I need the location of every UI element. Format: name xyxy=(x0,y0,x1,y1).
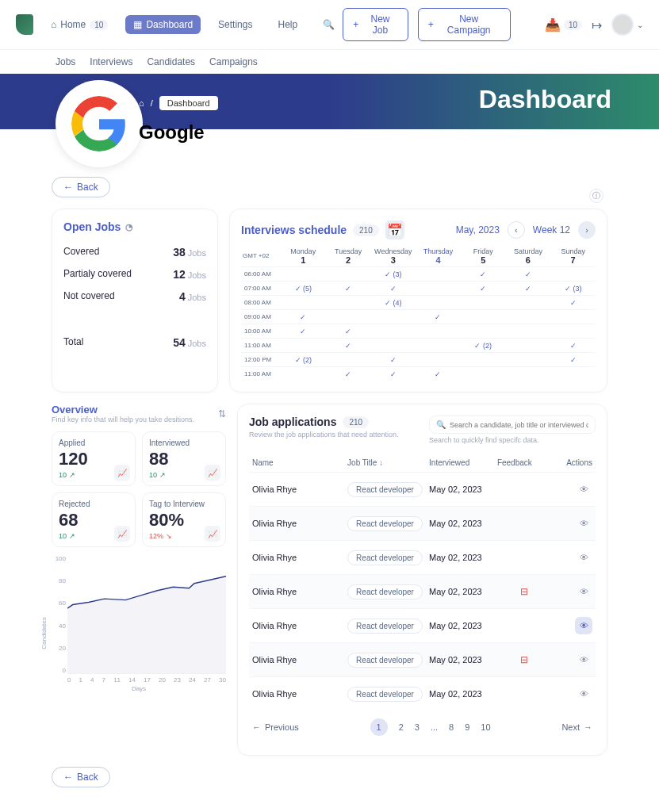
filter-icon[interactable]: ⇅ xyxy=(218,408,226,419)
open-jobs-card: Open Jobs ◔ Covered38JobsPartialy covere… xyxy=(52,209,218,393)
job-title-pill: React developer xyxy=(347,653,423,668)
schedule-day[interactable]: Friday5 xyxy=(461,246,506,266)
schedule-day[interactable]: Sunday7 xyxy=(550,246,596,266)
schedule-slot[interactable]: 12:00 PM✓ (2)✓✓ xyxy=(241,352,596,366)
subnav-campaigns[interactable]: Campaigns xyxy=(209,56,258,67)
schedule-day[interactable]: Monday1 xyxy=(281,246,326,266)
table-row[interactable]: Olivia Rhye React developer May 02, 2023… xyxy=(249,472,596,506)
feedback-icon[interactable]: ⊟ xyxy=(520,586,528,597)
nav-home[interactable]: ⌂ Home 10 xyxy=(43,15,116,34)
schedule-slot[interactable]: 08:00 AM✓ (4)✓ xyxy=(241,295,596,309)
header-right: +New Job +New Campaign 📥 10 ↦ ⌄ xyxy=(343,8,643,41)
nav-help[interactable]: Help xyxy=(270,15,305,34)
back-button-bottom[interactable]: ←Back xyxy=(52,767,110,787)
schedule-slot[interactable]: 07:00 AM✓ (5)✓✓✓✓✓ (3) xyxy=(241,281,596,295)
search-icon: 🔍 xyxy=(323,19,335,30)
view-button[interactable]: 👁 xyxy=(575,481,592,498)
next-button[interactable]: Next→ xyxy=(561,722,592,732)
inbox-badge: 10 xyxy=(564,20,582,30)
sort-icon[interactable]: ↓ xyxy=(379,458,383,467)
logout-icon[interactable]: ↦ xyxy=(592,17,602,33)
week-next-button[interactable]: › xyxy=(578,221,596,239)
chart-icon[interactable]: 📈 xyxy=(205,465,220,481)
job-title-pill: React developer xyxy=(347,687,423,702)
home-icon: ⌂ xyxy=(51,19,56,30)
schedule-day[interactable]: Wednesday3 xyxy=(370,246,416,266)
view-button[interactable]: 👁 xyxy=(575,651,592,668)
nav-settings[interactable]: Settings xyxy=(210,15,260,34)
table-row[interactable]: Olivia Rhye React developer May 02, 2023… xyxy=(249,608,596,642)
schedule-card: Interviews schedule 210 📅 May, 2023 ‹ We… xyxy=(229,209,607,393)
table-row[interactable]: Olivia Rhye React developer May 02, 2023… xyxy=(249,574,596,608)
logo[interactable] xyxy=(16,14,33,35)
table-header: Name Job Title ↓ Interviewed Feedback Ac… xyxy=(249,454,596,472)
search-input[interactable] xyxy=(450,421,588,429)
page-number[interactable]: 1 xyxy=(370,718,388,736)
nav-dashboard[interactable]: ▦ Dashboard xyxy=(125,15,201,34)
subnav-candidates[interactable]: Candidates xyxy=(147,56,195,67)
profile-menu[interactable]: ⌄ xyxy=(611,13,643,36)
arrow-left-icon: ← xyxy=(252,722,261,732)
view-button[interactable]: 👁 xyxy=(575,515,592,532)
view-button[interactable]: 👁 xyxy=(575,549,592,566)
interview-date: May 02, 2023 xyxy=(429,519,497,528)
job-title-pill: React developer xyxy=(347,584,423,599)
arrow-left-icon: ← xyxy=(63,182,73,193)
open-jobs-row: Not covered4Jobs xyxy=(63,285,206,308)
interview-date: May 02, 2023 xyxy=(429,655,497,665)
search-button[interactable]: 🔍 xyxy=(315,15,343,34)
schedule-day[interactable]: Thursday4 xyxy=(416,246,461,266)
back-button[interactable]: ←Back xyxy=(52,177,110,197)
subnav-interviews[interactable]: Interviews xyxy=(90,56,132,67)
week-prev-button[interactable]: ‹ xyxy=(508,221,525,239)
job-title-pill: React developer xyxy=(347,550,423,565)
schedule-slot[interactable]: 11:00 AM✓✓✓ xyxy=(241,366,596,381)
inbox-button[interactable]: 📥 10 xyxy=(545,17,582,33)
schedule-slot[interactable]: 10:00 AM✓✓ xyxy=(241,324,596,338)
job-title-pill: React developer xyxy=(347,516,423,531)
table-row[interactable]: Olivia Rhye React developer May 02, 2023… xyxy=(249,676,596,710)
nav-home-badge: 10 xyxy=(90,20,108,30)
view-button[interactable]: 👁 xyxy=(575,685,592,703)
schedule-day[interactable]: Tuesday2 xyxy=(326,246,371,266)
prev-button[interactable]: ←Previous xyxy=(252,722,299,732)
applicant-name: Olivia Rhye xyxy=(252,655,347,665)
new-job-button[interactable]: +New Job xyxy=(343,8,408,41)
job-title-pill: React developer xyxy=(347,482,423,497)
page-number[interactable]: 3 xyxy=(415,722,420,732)
search-box[interactable]: 🔍 xyxy=(429,416,596,434)
view-button[interactable]: 👁 xyxy=(575,617,592,634)
page-number[interactable]: ... xyxy=(431,722,438,732)
table-row[interactable]: Olivia Rhye React developer May 02, 2023… xyxy=(249,540,596,574)
subnav-jobs[interactable]: Jobs xyxy=(56,56,75,67)
page-number[interactable]: 8 xyxy=(449,722,454,732)
calendar-icon[interactable]: 📅 xyxy=(385,220,404,239)
new-campaign-button[interactable]: +New Campaign xyxy=(418,8,511,41)
table-row[interactable]: Olivia Rhye React developer May 02, 2023… xyxy=(249,506,596,540)
chart-icon[interactable]: 📈 xyxy=(114,465,130,481)
hero: Dashboard ⌂ / Dashboard Google xyxy=(0,74,659,129)
header: ⌂ Home 10 ▦ Dashboard Settings Help 🔍 +N… xyxy=(0,0,659,50)
chart-icon[interactable]: 📈 xyxy=(114,526,130,542)
feedback-icon[interactable]: ⊟ xyxy=(520,654,528,665)
inbox-icon: 📥 xyxy=(545,17,561,33)
view-button[interactable]: 👁 xyxy=(575,583,592,600)
schedule-slot[interactable]: 11:00 AM✓✓ (2)✓ xyxy=(241,338,596,352)
home-icon[interactable]: ⌂ xyxy=(139,98,144,108)
page-number[interactable]: 9 xyxy=(465,722,469,732)
chevron-down-icon: ⌄ xyxy=(637,21,643,29)
page-number[interactable]: 2 xyxy=(399,722,404,732)
candidates-chart: Candidates 100806040200 0147111417202324… xyxy=(52,555,226,690)
info-icon[interactable]: ⓘ xyxy=(589,189,603,203)
page-number[interactable]: 10 xyxy=(481,722,490,732)
open-jobs-total: Total 54Jobs xyxy=(63,331,206,354)
arrow-left-icon: ← xyxy=(63,772,73,783)
table-row[interactable]: Olivia Rhye React developer May 02, 2023… xyxy=(249,642,596,676)
chart-icon[interactable]: 📈 xyxy=(205,526,220,542)
schedule-slot[interactable]: 06:00 AM✓ (3)✓✓ xyxy=(241,266,596,281)
schedule-count: 210 xyxy=(353,224,379,236)
grid-icon: ▦ xyxy=(133,19,142,30)
schedule-day[interactable]: Saturday6 xyxy=(506,246,551,266)
schedule-week: Week 12 xyxy=(533,224,570,236)
schedule-slot[interactable]: 09:00 AM✓✓ xyxy=(241,309,596,324)
